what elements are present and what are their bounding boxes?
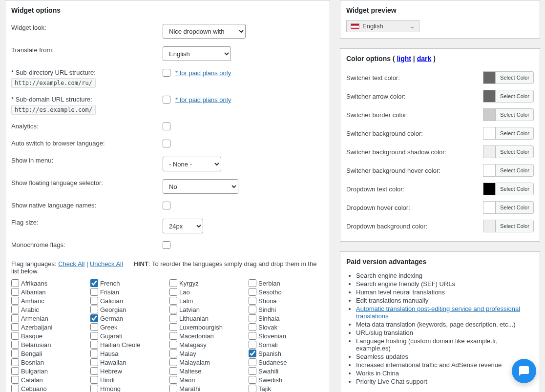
language-item[interactable]: Armenian bbox=[11, 314, 86, 323]
language-item[interactable]: Bulgarian bbox=[11, 367, 86, 375]
language-checkbox[interactable] bbox=[11, 279, 19, 287]
language-item[interactable]: Amharic bbox=[11, 296, 86, 305]
language-item[interactable]: Sudanese bbox=[249, 358, 324, 367]
language-checkbox[interactable] bbox=[169, 367, 177, 375]
language-checkbox[interactable] bbox=[169, 385, 177, 392]
language-item[interactable]: Greek bbox=[90, 323, 166, 331]
language-item[interactable]: Shona bbox=[249, 296, 324, 305]
language-item[interactable]: Swahili bbox=[249, 367, 324, 375]
language-checkbox[interactable] bbox=[90, 279, 98, 287]
select-color-button[interactable]: Select Color bbox=[496, 201, 534, 214]
select-color-button[interactable]: Select Color bbox=[496, 145, 534, 158]
language-item[interactable]: Somali bbox=[249, 340, 324, 349]
chat-bubble-button[interactable] bbox=[512, 359, 536, 383]
language-item[interactable]: Georgian bbox=[90, 305, 166, 314]
language-checkbox[interactable] bbox=[90, 297, 98, 305]
language-item[interactable]: Kyrgyz bbox=[169, 279, 245, 288]
language-checkbox[interactable] bbox=[90, 288, 98, 296]
language-item[interactable]: French bbox=[90, 279, 166, 288]
show-in-menu-select[interactable]: - None - bbox=[163, 157, 221, 171]
language-item[interactable]: Hindi bbox=[90, 375, 166, 384]
language-item[interactable]: Macedonian bbox=[169, 331, 245, 340]
language-item[interactable]: Maltese bbox=[169, 367, 245, 375]
language-item[interactable]: Basque bbox=[11, 331, 86, 340]
language-checkbox[interactable] bbox=[249, 358, 256, 366]
language-item[interactable]: Frisian bbox=[90, 288, 166, 296]
analytics-checkbox[interactable] bbox=[163, 123, 170, 130]
color-swatch[interactable] bbox=[483, 183, 496, 195]
check-all-link[interactable]: Check All bbox=[58, 260, 84, 268]
language-checkbox[interactable] bbox=[90, 332, 98, 340]
select-color-button[interactable]: Select Color bbox=[496, 127, 534, 140]
language-checkbox[interactable] bbox=[11, 306, 19, 313]
language-checkbox[interactable] bbox=[169, 358, 177, 366]
language-item[interactable]: Haitian Creole bbox=[90, 340, 166, 349]
language-checkbox[interactable] bbox=[169, 279, 177, 287]
language-checkbox[interactable] bbox=[169, 332, 177, 340]
sub-domain-checkbox[interactable] bbox=[163, 96, 170, 103]
show-native-checkbox[interactable] bbox=[163, 202, 170, 209]
language-item[interactable]: Lithuanian bbox=[169, 314, 245, 323]
language-checkbox[interactable] bbox=[249, 297, 256, 305]
language-item[interactable]: Hawaiian bbox=[90, 358, 166, 367]
language-item[interactable]: Spanish bbox=[249, 349, 324, 358]
language-checkbox[interactable] bbox=[249, 385, 256, 392]
language-item[interactable]: Hmong bbox=[90, 384, 166, 392]
language-checkbox[interactable] bbox=[11, 385, 19, 392]
language-item[interactable]: Gujarati bbox=[90, 331, 166, 340]
language-checkbox[interactable] bbox=[11, 332, 19, 340]
language-item[interactable]: Serbian bbox=[249, 279, 324, 288]
language-item[interactable]: Lao bbox=[169, 288, 245, 296]
language-checkbox[interactable] bbox=[169, 288, 177, 296]
language-checkbox[interactable] bbox=[11, 376, 19, 384]
language-checkbox[interactable] bbox=[90, 306, 98, 313]
language-item[interactable]: Tajik bbox=[249, 384, 324, 392]
language-item[interactable]: Maori bbox=[169, 375, 245, 384]
flag-size-select[interactable]: 24px bbox=[163, 219, 203, 233]
language-item[interactable]: Afrikaans bbox=[11, 279, 86, 288]
language-checkbox[interactable] bbox=[11, 314, 19, 322]
language-item[interactable]: Latin bbox=[169, 296, 245, 305]
language-item[interactable]: Sinhala bbox=[249, 314, 324, 323]
select-color-button[interactable]: Select Color bbox=[496, 71, 534, 84]
language-checkbox[interactable] bbox=[169, 306, 177, 313]
language-checkbox[interactable] bbox=[90, 341, 98, 349]
language-checkbox[interactable] bbox=[249, 332, 256, 340]
select-color-button[interactable]: Select Color bbox=[496, 183, 534, 195]
advantage-link[interactable]: Automatic translation post-editing servi… bbox=[356, 305, 520, 320]
language-checkbox[interactable] bbox=[169, 297, 177, 305]
language-checkbox[interactable] bbox=[90, 323, 98, 331]
color-swatch[interactable] bbox=[483, 145, 496, 158]
translate-from-select[interactable]: English bbox=[163, 46, 231, 61]
language-checkbox[interactable] bbox=[11, 323, 19, 331]
dark-theme-link[interactable]: dark bbox=[417, 55, 432, 62]
language-item[interactable]: Malagasy bbox=[169, 340, 245, 349]
language-item[interactable]: Catalan bbox=[11, 375, 86, 384]
language-item[interactable]: Hausa bbox=[90, 349, 166, 358]
language-checkbox[interactable] bbox=[249, 376, 256, 384]
select-color-button[interactable]: Select Color bbox=[496, 90, 534, 103]
color-swatch[interactable] bbox=[483, 108, 496, 121]
language-item[interactable]: Hebrew bbox=[90, 367, 166, 375]
language-item[interactable]: Cebuano bbox=[11, 384, 86, 392]
language-item[interactable]: German bbox=[90, 314, 166, 323]
language-item[interactable]: Malayalam bbox=[169, 358, 245, 367]
language-checkbox[interactable] bbox=[11, 350, 19, 357]
select-color-button[interactable]: Select Color bbox=[496, 108, 534, 121]
color-swatch[interactable] bbox=[483, 201, 496, 214]
color-swatch[interactable] bbox=[483, 164, 496, 177]
language-checkbox[interactable] bbox=[249, 367, 256, 375]
language-checkbox[interactable] bbox=[169, 376, 177, 384]
language-item[interactable]: Bosnian bbox=[11, 358, 86, 367]
language-checkbox[interactable] bbox=[249, 314, 256, 322]
uncheck-all-link[interactable]: Uncheck All bbox=[90, 260, 123, 268]
language-item[interactable]: Malay bbox=[169, 349, 245, 358]
show-floating-select[interactable]: No bbox=[163, 179, 238, 194]
language-item[interactable]: Arabic bbox=[11, 305, 86, 314]
select-color-button[interactable]: Select Color bbox=[496, 220, 534, 232]
language-item[interactable]: Sesotho bbox=[249, 288, 324, 296]
language-item[interactable]: Bengali bbox=[11, 349, 86, 358]
language-item[interactable]: Sindhi bbox=[249, 305, 324, 314]
language-item[interactable]: Belarusian bbox=[11, 340, 86, 349]
sub-dir-paid-link[interactable]: * for paid plans only bbox=[175, 69, 231, 77]
